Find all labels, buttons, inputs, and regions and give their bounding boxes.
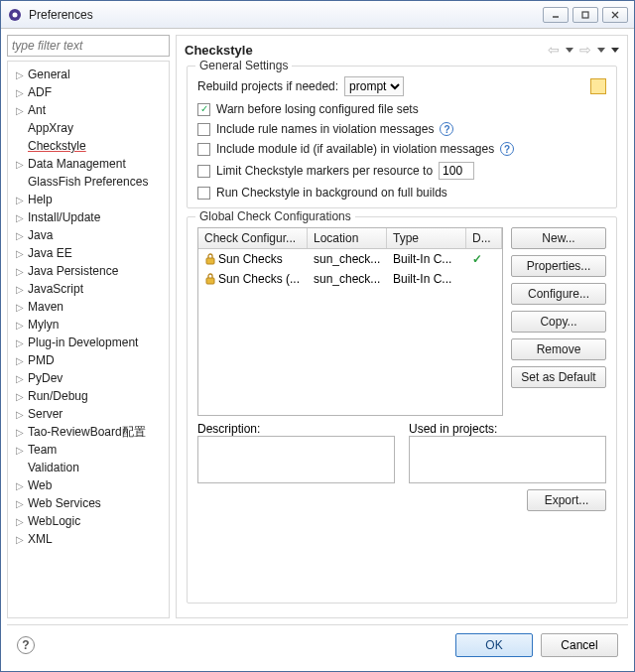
expand-icon[interactable]: ▷ [14,159,26,170]
expand-icon[interactable]: ▷ [14,498,26,509]
ok-button[interactable]: OK [455,633,533,657]
cancel-button[interactable]: Cancel [541,633,618,657]
expand-icon[interactable]: ▷ [14,87,26,98]
tree-item[interactable]: ▷Server [10,405,167,423]
tree-item-label: Java [28,228,53,242]
tree-item-label: Ant [28,103,46,117]
expand-icon[interactable]: ▷ [14,391,26,402]
th-location[interactable]: Location [308,228,387,248]
back-icon[interactable]: ⇦ [548,42,560,58]
tree-item[interactable]: ▷Java Persistence [10,262,167,280]
left-pane: ▷General▷ADF▷Ant▷AppXray▷Checkstyle▷Data… [7,35,170,618]
tree-item[interactable]: ▷Mylyn [10,316,167,334]
set-default-button[interactable]: Set as Default [511,366,606,388]
tree-item[interactable]: ▷Tao-ReviewBoard配置 [10,423,167,441]
expand-icon[interactable]: ▷ [14,409,26,420]
warn-checkbox[interactable] [197,103,210,116]
tree-item[interactable]: ▷GlassFish Preferences [10,173,167,191]
limit-checkbox[interactable] [197,165,210,178]
tree-item[interactable]: ▷ADF [10,83,167,101]
copy-button[interactable]: Copy... [511,311,606,333]
tree-item[interactable]: ▷Web [10,476,167,494]
tree-item[interactable]: ▷Java [10,226,167,244]
svg-rect-3 [582,12,588,18]
th-name[interactable]: Check Configur... [198,228,308,248]
tree-item[interactable]: ▷Maven [10,298,167,316]
tree-item[interactable]: ▷Java EE [10,244,167,262]
warning-icon[interactable] [590,78,606,94]
help-icon[interactable]: ? [500,142,514,156]
filter-input[interactable] [7,35,170,57]
maximize-button[interactable] [572,7,598,23]
forward-icon[interactable]: ⇨ [579,42,591,58]
help-icon[interactable]: ? [440,122,453,136]
lock-icon [204,253,216,265]
description-box[interactable] [197,436,395,483]
expand-icon[interactable]: ▷ [14,516,26,527]
tree-item[interactable]: ▷Ant [10,101,167,119]
config-table[interactable]: Check Configur... Location Type D... Sun… [197,227,503,416]
preference-tree[interactable]: ▷General▷ADF▷Ant▷AppXray▷Checkstyle▷Data… [7,61,170,618]
tree-item[interactable]: ▷XML [10,530,167,548]
tree-item[interactable]: ▷Help [10,191,167,208]
remove-button[interactable]: Remove [511,338,606,360]
tree-item[interactable]: ▷PMD [10,351,167,369]
page-menu-icon[interactable] [611,48,619,53]
tree-item[interactable]: ▷Install/Update [10,208,167,226]
minimize-button[interactable] [543,7,569,23]
expand-icon[interactable]: ▷ [14,69,26,80]
th-default[interactable]: D... [466,228,502,248]
expand-icon[interactable]: ▷ [14,355,26,366]
expand-icon[interactable]: ▷ [14,248,26,259]
tree-item[interactable]: ▷PyDev [10,369,167,387]
tree-item-label: WebLogic [28,514,80,528]
expand-icon[interactable]: ▷ [14,302,26,313]
table-row[interactable]: Sun Checkssun_check...Built-In C...✓ [198,249,502,269]
expand-icon[interactable]: ▷ [14,373,26,384]
help-button[interactable]: ? [17,636,35,654]
tree-item[interactable]: ▷Run/Debug [10,387,167,405]
expand-icon[interactable]: ▷ [14,266,26,277]
tree-item[interactable]: ▷General [10,66,167,83]
expand-icon[interactable]: ▷ [14,534,26,545]
include-names-checkbox[interactable] [197,123,210,136]
new-button[interactable]: New... [511,227,606,249]
expand-icon[interactable]: ▷ [14,212,26,223]
titlebar: Preferences [1,1,634,29]
expand-icon[interactable]: ▷ [14,427,26,438]
expand-icon[interactable]: ▷ [14,320,26,331]
configure-button[interactable]: Configure... [511,283,606,305]
th-type[interactable]: Type [387,228,466,248]
background-checkbox[interactable] [197,187,210,200]
used-in-box[interactable] [409,436,606,483]
tree-item[interactable]: ▷JavaScript [10,280,167,298]
forward-menu-icon[interactable] [597,48,605,53]
tree-item[interactable]: ▷Web Services [10,494,167,512]
expand-icon[interactable]: ▷ [14,195,26,205]
export-button[interactable]: Export... [527,489,606,511]
cell-type: Built-In C... [387,272,466,286]
tree-item[interactable]: ▷Team [10,441,167,459]
expand-icon[interactable]: ▷ [14,445,26,456]
tree-item-label: Tao-ReviewBoard配置 [28,424,146,441]
tree-item[interactable]: ▷Validation [10,459,167,476]
tree-item[interactable]: ▷Data Management [10,155,167,173]
tree-item[interactable]: ▷Checkstyle [10,137,167,155]
include-module-checkbox[interactable] [197,143,210,156]
expand-icon[interactable]: ▷ [14,284,26,295]
rebuild-select[interactable]: prompt [344,76,404,96]
expand-icon[interactable]: ▷ [14,337,26,348]
expand-icon[interactable]: ▷ [14,230,26,241]
tree-item[interactable]: ▷AppXray [10,119,167,137]
properties-button[interactable]: Properties... [511,255,606,277]
limit-input[interactable] [439,162,474,180]
expand-icon[interactable]: ▷ [14,105,26,116]
cell-location: sun_check... [308,272,387,286]
table-row[interactable]: Sun Checks (...sun_check...Built-In C... [198,269,502,289]
tree-item[interactable]: ▷Plug-in Development [10,334,167,351]
general-settings-group: General Settings Rebuild projects if nee… [187,66,617,208]
tree-item[interactable]: ▷WebLogic [10,512,167,530]
expand-icon[interactable]: ▷ [14,480,26,491]
back-menu-icon[interactable] [566,48,573,53]
close-button[interactable] [602,7,628,23]
